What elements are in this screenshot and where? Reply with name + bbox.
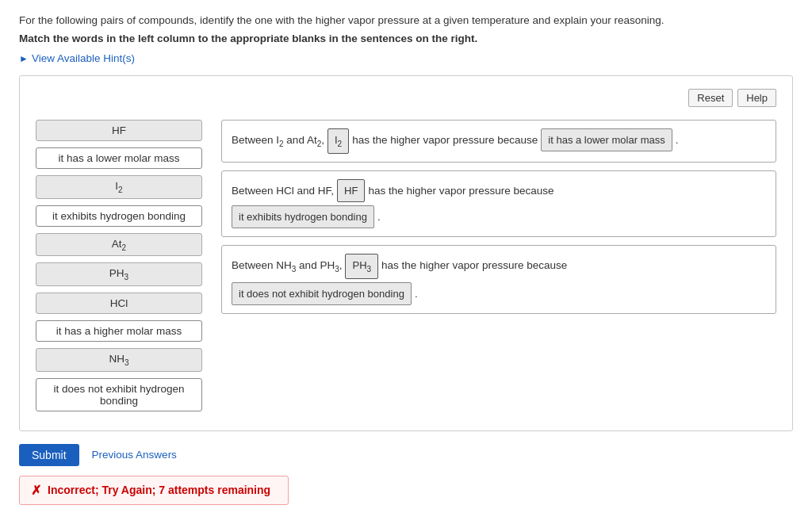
drag-item-no-h-bonding[interactable]: it does not exhibit hydrogen bonding [36,378,202,411]
error-text: Incorrect; Try Again; 7 attempts remaini… [48,484,270,496]
s1-text-mid: has the higher vapor pressure because [352,131,538,150]
s3-period: . [415,285,418,304]
drag-item-nh3[interactable]: NH3 [36,348,202,372]
instruction-line2: Match the words in the left column to th… [19,33,793,44]
sentence-1: Between I2 and At2, I2 has the higher va… [221,120,776,163]
s3-text-before: Between NH3 and PH3, [232,256,342,277]
sentence-3: Between NH3 and PH3, PH3 has the higher … [221,245,776,314]
drag-item-higher-molar[interactable]: it has a higher molar mass [36,320,202,342]
drag-item-h-bonding[interactable]: it exhibits hydrogen bonding [36,205,202,227]
hint-link[interactable]: ► View Available Hint(s) [19,52,793,64]
drag-item-ph3[interactable]: PH3 [36,262,202,286]
instruction-line1: For the following pairs of compounds, id… [19,14,793,26]
s1-period: . [676,131,679,150]
reset-button[interactable]: Reset [688,89,733,107]
bottom-bar: Submit Previous Answers [19,444,793,466]
s3-text-mid: has the higher vapor pressure because [381,256,567,275]
hint-arrow-icon: ► [19,53,29,64]
top-bar: Reset Help [36,89,776,107]
content-area: HF it has a lower molar mass I2 it exhib… [36,120,776,411]
s2-period: . [377,208,381,227]
drag-item-hf[interactable]: HF [36,120,202,141]
error-icon: ✗ [31,483,41,498]
sentence-2: Between HCl and HF, HF has the higher va… [221,170,776,238]
drag-item-at2[interactable]: At2 [36,233,202,257]
s1-blank2[interactable]: it has a lower molar mass [541,128,672,151]
sentence-2-line2: it exhibits hydrogen bonding . [232,205,766,228]
hint-label: View Available Hint(s) [32,52,135,64]
drag-item-lower-molar[interactable]: it has a lower molar mass [36,147,202,169]
left-column: HF it has a lower molar mass I2 it exhib… [36,120,202,411]
sentence-3-line1: Between NH3 and PH3, PH3 has the higher … [232,254,766,279]
help-button[interactable]: Help [737,89,776,107]
s2-blank1[interactable]: HF [337,179,365,202]
s2-text-mid: has the higher vapor pressure because [368,182,553,201]
s2-text-before: Between HCl and HF, [232,182,334,201]
s3-blank2[interactable]: it does not exhibit hydrogen bonding [232,282,412,305]
s2-blank2[interactable]: it exhibits hydrogen bonding [232,205,374,228]
s1-text-before: Between I2 and At2, [232,131,324,151]
error-box: ✗ Incorrect; Try Again; 7 attempts remai… [19,476,289,505]
drag-item-hcl[interactable]: HCl [36,293,202,314]
sentence-3-line2: it does not exhibit hydrogen bonding . [232,282,766,305]
submit-button[interactable]: Submit [19,444,79,466]
sentence-2-line1: Between HCl and HF, HF has the higher va… [232,179,766,202]
previous-answers-link[interactable]: Previous Answers [92,449,177,461]
drag-item-i2[interactable]: I2 [36,175,202,199]
sentence-1-line: Between I2 and At2, I2 has the higher va… [232,128,766,154]
s3-blank1[interactable]: PH3 [345,254,378,279]
s1-blank1[interactable]: I2 [327,128,349,154]
right-column: Between I2 and At2, I2 has the higher va… [221,120,776,314]
main-exercise-box: Reset Help HF it has a lower molar mass … [19,75,793,431]
